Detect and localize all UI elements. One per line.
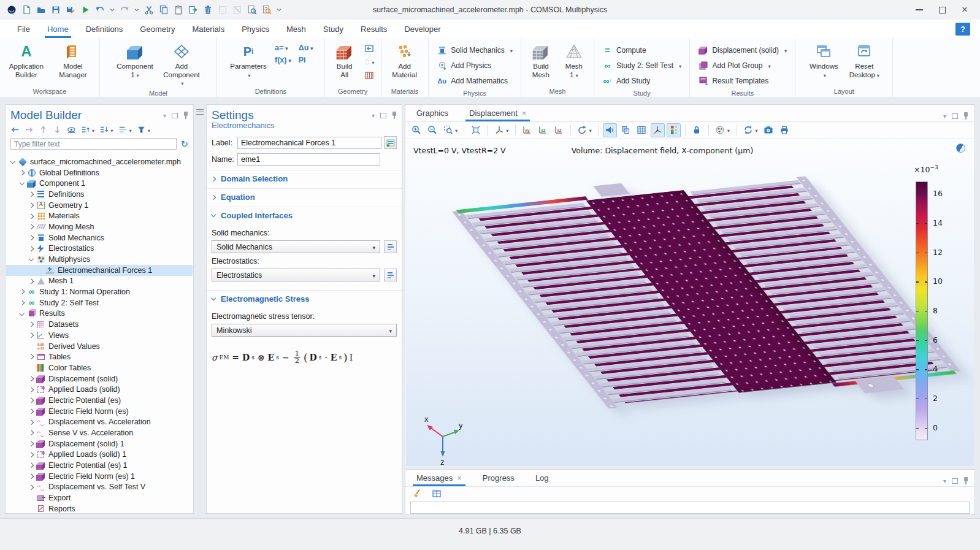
float-panel-icon[interactable] — [952, 478, 958, 484]
menu-mesh[interactable]: Mesh — [285, 20, 307, 38]
menu-physics[interactable]: Physics — [240, 20, 270, 38]
transparency-button[interactable] — [619, 123, 633, 137]
search-icon[interactable] — [261, 5, 272, 15]
mesh-1-button[interactable]: Mesh1 — [561, 41, 588, 80]
scene-light-button[interactable] — [603, 123, 617, 137]
tab-graphics[interactable]: Graphics — [413, 109, 452, 121]
redo-icon[interactable] — [119, 5, 129, 15]
tree-item-electric-potential-es-1[interactable]: Electric Potential (es) 1 — [6, 460, 193, 471]
tree-item-solid-mechanics[interactable]: Solid Mechanics — [6, 232, 193, 243]
float-panel-icon[interactable] — [380, 113, 386, 118]
tree-item-component-1[interactable]: Component 1 — [6, 178, 193, 189]
expand-chevron-icon[interactable] — [27, 421, 36, 424]
tab-log[interactable]: Log — [532, 473, 553, 486]
panel-menu-icon[interactable] — [196, 109, 204, 115]
menu-materials[interactable]: Materials — [191, 20, 226, 38]
expand-chevron-icon[interactable] — [18, 301, 26, 305]
minimize-button[interactable] — [916, 9, 923, 10]
tree-item-electric-field-norm-es-1[interactable]: Electric Field Norm (es) 1 — [6, 471, 193, 482]
tree-item-multiphysics[interactable]: Multiphysics — [6, 254, 193, 265]
panel-menu-caret-icon[interactable] — [163, 111, 166, 120]
parameters-button[interactable]: Pi Parameters — [228, 41, 269, 80]
filter-input[interactable] — [10, 138, 177, 150]
name-input[interactable] — [237, 153, 380, 166]
help-button[interactable]: ? — [955, 23, 970, 36]
back-button[interactable] — [10, 125, 20, 134]
panel-menu-caret-icon[interactable] — [372, 111, 375, 120]
paste-icon[interactable] — [173, 5, 183, 15]
view-xz-button[interactable]: xz — [552, 123, 566, 137]
copy-icon[interactable] — [158, 5, 169, 15]
zoom-box-button[interactable] — [441, 123, 459, 137]
result-templates-button[interactable]: Result Templates — [696, 73, 789, 88]
partition-icon[interactable] — [364, 70, 375, 80]
show-axis-button[interactable] — [651, 123, 665, 137]
collapse-all-button[interactable] — [99, 125, 113, 134]
lock-axes-button[interactable] — [690, 123, 704, 137]
rotate-button[interactable] — [575, 123, 594, 137]
tree-item-displacement-vs-self-test-v[interactable]: Displacement vs. Self Test V — [6, 482, 193, 493]
tree-item-displacement-vs-acceleration[interactable]: Displacement vs. Acceleration — [6, 417, 193, 428]
tree-item-reports[interactable]: Reports — [6, 503, 193, 513]
expand-chevron-icon[interactable] — [27, 204, 36, 207]
section-electromagnetic-stress[interactable]: Electromagnetic Stress — [207, 290, 402, 307]
save-icon[interactable] — [50, 5, 61, 15]
new-icon[interactable] — [21, 5, 31, 15]
messages-output[interactable] — [410, 502, 970, 514]
tree-item-study-1-normal-operation[interactable]: Study 1: Normal Operation — [6, 286, 193, 297]
clear-selection-icon[interactable] — [232, 5, 242, 15]
expand-chevron-icon[interactable] — [27, 399, 36, 402]
print-button[interactable] — [777, 123, 791, 137]
close-tab-icon[interactable]: × — [522, 109, 527, 118]
add-physics-button[interactable]: Add Physics — [435, 58, 515, 73]
menu-file[interactable]: File — [16, 20, 31, 38]
add-study-button[interactable]: ∞↓ Add Study — [600, 73, 683, 88]
expand-chevron-icon[interactable] — [27, 377, 36, 381]
duplicate-icon[interactable] — [188, 5, 198, 15]
add-mathematics-button[interactable]: Δu Add Mathematics — [435, 73, 515, 88]
pin-panel-icon[interactable] — [963, 112, 968, 120]
show-grid-button[interactable] — [635, 123, 649, 137]
functions-button[interactable]: f(x) — [275, 56, 291, 64]
section-equation[interactable]: Equation — [207, 188, 402, 205]
open-icon[interactable] — [36, 5, 46, 15]
tree-item-displacement-solid-1[interactable]: Displacement (solid) 1 — [6, 438, 193, 449]
expand-chevron-icon[interactable] — [18, 290, 26, 294]
menu-geometry[interactable]: Geometry — [139, 20, 176, 38]
pin-panel-icon[interactable] — [183, 112, 188, 119]
tree-item-geometry-1[interactable]: Geometry 1 — [6, 200, 193, 211]
expand-chevron-icon[interactable] — [27, 464, 36, 467]
show-legend-button[interactable] — [667, 123, 681, 137]
move-down-button[interactable] — [53, 125, 62, 134]
clear-messages-button[interactable] — [410, 487, 424, 501]
filter-button[interactable] — [137, 125, 150, 134]
import-icon[interactable] — [364, 43, 375, 53]
menu-results[interactable]: Results — [359, 20, 388, 38]
add-material-button[interactable]: AddMaterial — [388, 41, 422, 79]
node-text-button[interactable] — [118, 125, 132, 134]
pin-panel-icon[interactable] — [963, 477, 968, 484]
undo-caret-icon[interactable] — [109, 5, 115, 15]
component-1-button[interactable]: Component1 — [115, 41, 155, 80]
label-input[interactable] — [237, 137, 381, 149]
tree-item-export[interactable]: Export — [6, 492, 193, 503]
expand-chevron-icon[interactable] — [27, 388, 36, 392]
plot-area[interactable]: VtestL=0 V, VtestR=2 V Volume: Displacem… — [406, 140, 974, 466]
move-up-button[interactable] — [39, 125, 48, 134]
table-button[interactable] — [429, 487, 443, 501]
section-domain-selection[interactable]: Domain Selection — [207, 170, 402, 187]
reset-desktop-button[interactable]: ResetDesktop — [847, 41, 881, 80]
tree-item-global-definitions[interactable]: Global Definitions — [6, 167, 193, 178]
expand-chevron-icon[interactable] — [27, 236, 36, 240]
zoom-out-button[interactable] — [425, 123, 439, 137]
rename-button[interactable] — [384, 136, 397, 149]
tree-item-electrostatics[interactable]: Electrostatics — [6, 243, 193, 254]
tree-item-electric-field-norm-es[interactable]: Electric Field Norm (es) — [6, 406, 193, 417]
run-icon[interactable] — [80, 5, 90, 15]
panel-menu-caret-icon[interactable] — [943, 112, 946, 120]
tree-item-definitions[interactable]: Definitions — [6, 189, 193, 200]
build-all-button[interactable]: BuildAll — [331, 41, 358, 79]
zoom-extents-button[interactable] — [469, 123, 483, 137]
variables-button[interactable]: a= — [275, 44, 291, 52]
maximize-button[interactable] — [939, 7, 946, 13]
